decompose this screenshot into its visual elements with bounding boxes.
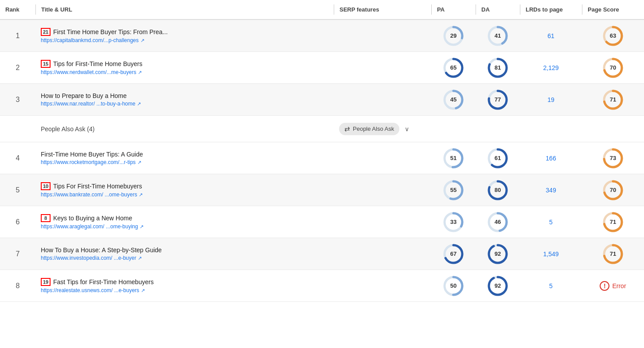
chevron-down-icon[interactable]: ∨	[405, 125, 409, 133]
url-link[interactable]: https://www.araglegal.com/ ...ome-buying	[41, 223, 138, 230]
badge-number: 21	[41, 28, 51, 36]
cell-rank	[0, 125, 35, 133]
lrds-link[interactable]: 349	[546, 187, 556, 194]
url-link[interactable]: https://capitalbankmd.com/...p-challenge…	[41, 37, 139, 43]
cell-page-score: 71	[582, 208, 644, 236]
table-row: 5 10Tips For First-Time Homebuyers https…	[0, 174, 644, 206]
cell-serp	[334, 64, 431, 71]
table-header: Rank Title & URL SERP features PA DA LRD…	[0, 0, 644, 20]
badge-number: 19	[41, 278, 51, 286]
donut-value: 77	[495, 96, 501, 103]
cell-da: 80	[476, 176, 520, 204]
donut-value: 92	[495, 250, 501, 257]
cell-title: 15Tips for First-Time Home Buyers https:…	[35, 56, 334, 79]
cell-rank: 1	[0, 28, 35, 43]
donut-value: 45	[450, 96, 457, 103]
donut-chart: 50	[443, 276, 464, 296]
donut-value: 81	[495, 64, 501, 71]
table-row: 8 19Fast Tips for First-Time Homebuyers …	[0, 270, 644, 302]
lrds-link[interactable]: 1,549	[543, 250, 558, 258]
donut-value: 41	[495, 32, 501, 39]
donut-value: 50	[450, 282, 457, 289]
cell-page-score: ! Error	[582, 278, 644, 294]
donut-chart: 71	[603, 244, 623, 264]
title-text: 8Keys to Buying a New Home	[41, 214, 132, 222]
lrds-link[interactable]: 5	[549, 282, 553, 289]
url-text[interactable]: https://capitalbankmd.com/...p-challenge…	[41, 37, 144, 43]
url-text[interactable]: https://realestate.usnews.com/ ...e-buye…	[41, 287, 145, 293]
donut-chart: 46	[488, 212, 508, 232]
lrds-link[interactable]: 5	[549, 219, 553, 226]
donut-chart: 73	[603, 148, 623, 168]
url-text[interactable]: https://www.rocketmortgage.com/...r-tips…	[41, 159, 141, 165]
donut-chart: 29	[443, 26, 464, 46]
url-text[interactable]: https://www.nar.realtor/ ...to-buy-a-hom…	[41, 101, 141, 107]
table-row: 4 First-Time Home Buyer Tips: A Guide ht…	[0, 142, 644, 174]
cell-da: 61	[476, 145, 520, 172]
url-text[interactable]: https://www.investopedia.com/ ...e-buyer…	[41, 255, 142, 261]
url-link[interactable]: https://www.bankrate.com/ ...ome-buyers	[41, 192, 137, 198]
external-link-icon[interactable]: ↗	[141, 288, 145, 293]
error-icon: !	[600, 281, 609, 291]
cell-pa: 29	[431, 22, 476, 50]
col-da: DA	[476, 4, 520, 15]
external-link-icon[interactable]: ↗	[137, 101, 141, 107]
col-page-score: Page Score	[582, 4, 644, 15]
badge-number: 10	[41, 182, 51, 190]
external-link-icon[interactable]: ↗	[139, 192, 143, 198]
donut-value: 70	[610, 64, 616, 71]
badge-number: 15	[41, 60, 51, 68]
cell-serp	[334, 219, 431, 226]
cell-da: 92	[476, 272, 520, 300]
donut-chart: 67	[443, 244, 464, 264]
cell-title: 21First Time Home Buyer Tips: From Prea.…	[35, 24, 334, 47]
cell-title: 8Keys to Buying a New Home https://www.a…	[35, 211, 334, 233]
serp-badge[interactable]: ⇄ People Also Ask	[339, 123, 399, 135]
lrds-link[interactable]: 166	[546, 155, 556, 162]
donut-value: 55	[450, 187, 457, 193]
lrds-link[interactable]: 61	[547, 32, 554, 39]
title-text: How To Buy a House: A Step-by-Step Guide	[41, 246, 162, 254]
table-row: 3 How to Prepare to Buy a Home https://w…	[0, 84, 644, 116]
cell-paa-label: People Also Ask (4)	[35, 122, 334, 136]
cell-rank: 8	[0, 278, 35, 293]
lrds-link[interactable]: 2,129	[543, 64, 558, 71]
url-link[interactable]: https://www.investopedia.com/ ...e-buyer	[41, 255, 136, 261]
url-link[interactable]: https://www.nerdwallet.com/...me-buyers	[41, 69, 136, 75]
table-row: 7 How To Buy a House: A Step-by-Step Gui…	[0, 238, 644, 270]
url-text[interactable]: https://www.nerdwallet.com/...me-buyers …	[41, 69, 142, 75]
donut-value: 29	[450, 32, 457, 39]
cell-page-score: 71	[582, 240, 644, 268]
cell-da: 92	[476, 240, 520, 268]
cell-pa: 50	[431, 272, 476, 300]
external-link-icon[interactable]: ↗	[137, 160, 141, 165]
url-link[interactable]: https://realestate.usnews.com/ ...e-buye…	[41, 287, 139, 293]
cell-page-score: 70	[582, 176, 644, 204]
external-link-icon[interactable]: ↗	[138, 255, 142, 261]
title-text: 19Fast Tips for First-Time Homebuyers	[41, 278, 154, 286]
donut-value: 67	[450, 250, 457, 257]
external-link-icon[interactable]: ↗	[138, 70, 142, 75]
cell-title: 10Tips For First-Time Homebuyers https:/…	[35, 179, 334, 201]
url-text[interactable]: https://www.araglegal.com/ ...ome-buying…	[41, 223, 144, 230]
cell-title: How To Buy a House: A Step-by-Step Guide…	[35, 243, 334, 265]
donut-value: 71	[610, 219, 616, 225]
table-body: 1 21First Time Home Buyer Tips: From Pre…	[0, 20, 644, 302]
donut-chart: 77	[488, 90, 508, 110]
lrds-link[interactable]: 19	[547, 96, 554, 103]
col-rank: Rank	[0, 4, 35, 15]
error-label: Error	[612, 282, 626, 289]
url-link[interactable]: https://www.rocketmortgage.com/...r-tips	[41, 159, 136, 165]
donut-value: 61	[495, 155, 501, 161]
cell-pa: 45	[431, 86, 476, 113]
donut-chart: 45	[443, 90, 464, 110]
title-text: 10Tips For First-Time Homebuyers	[41, 182, 142, 190]
url-text[interactable]: https://www.bankrate.com/ ...ome-buyers …	[41, 192, 143, 198]
table-row: 2 15Tips for First-Time Home Buyers http…	[0, 52, 644, 84]
url-link[interactable]: https://www.nar.realtor/ ...to-buy-a-hom…	[41, 101, 135, 107]
external-link-icon[interactable]: ↗	[140, 224, 144, 230]
cell-page-score: 71	[582, 86, 644, 113]
external-link-icon[interactable]: ↗	[141, 38, 144, 43]
cell-lrds-empty	[520, 125, 582, 133]
cell-lrds: 5	[520, 279, 582, 293]
